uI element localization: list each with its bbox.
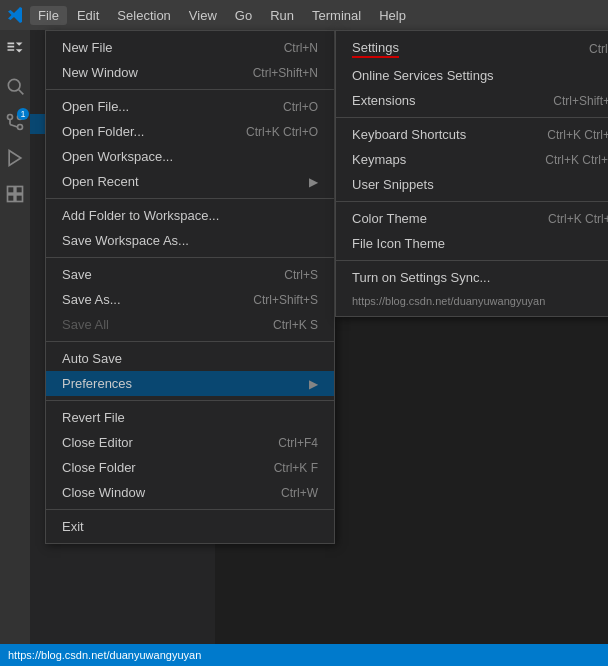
svg-line-6 xyxy=(10,125,18,128)
preferences-submenu: Settings Ctrl+, Online Services Settings… xyxy=(335,30,608,317)
vscode-logo xyxy=(8,7,24,23)
menu-open-folder[interactable]: Open Folder... Ctrl+K Ctrl+O xyxy=(46,119,334,144)
menu-run[interactable]: Run xyxy=(262,6,302,25)
search-activity-icon[interactable] xyxy=(3,74,27,98)
menu-auto-save[interactable]: Auto Save xyxy=(46,346,334,371)
menu-close-editor[interactable]: Close Editor Ctrl+F4 xyxy=(46,430,334,455)
menu-csdn-url[interactable]: https://blog.csdn.net/duanyuwangyuyan xyxy=(336,290,608,312)
menu-open-file[interactable]: Open File... Ctrl+O xyxy=(46,94,334,119)
menu-close-folder[interactable]: Close Folder Ctrl+K F xyxy=(46,455,334,480)
menu-keyboard-shortcuts[interactable]: Keyboard Shortcuts Ctrl+K Ctrl+S xyxy=(336,122,608,147)
source-control-badge: 1 xyxy=(17,108,29,120)
menu-user-snippets[interactable]: User Snippets xyxy=(336,172,608,197)
menu-separator-6 xyxy=(46,509,334,510)
menu-close-window[interactable]: Close Window Ctrl+W xyxy=(46,480,334,505)
svg-marker-7 xyxy=(9,151,21,166)
menu-open-workspace[interactable]: Open Workspace... xyxy=(46,144,334,169)
menu-save[interactable]: Save Ctrl+S xyxy=(46,262,334,287)
menu-settings[interactable]: Settings Ctrl+, xyxy=(336,35,608,63)
activity-bar: 1 xyxy=(0,30,30,666)
title-bar: File Edit Selection View Go Run Terminal… xyxy=(0,0,608,30)
svg-line-1 xyxy=(19,90,24,95)
svg-rect-11 xyxy=(16,195,23,202)
menu-save-workspace-as[interactable]: Save Workspace As... xyxy=(46,228,334,253)
menu-go[interactable]: Go xyxy=(227,6,260,25)
menu-online-services-settings[interactable]: Online Services Settings xyxy=(336,63,608,88)
menu-color-theme[interactable]: Color Theme Ctrl+K Ctrl+T xyxy=(336,206,608,231)
menu-turn-on-settings-sync[interactable]: Turn on Settings Sync... xyxy=(336,265,608,290)
svg-rect-9 xyxy=(16,187,23,194)
status-bar: https://blog.csdn.net/duanyuwangyuyan xyxy=(0,644,608,666)
status-bar-text: https://blog.csdn.net/duanyuwangyuyan xyxy=(8,649,201,661)
menu-add-folder[interactable]: Add Folder to Workspace... xyxy=(46,203,334,228)
menu-save-all: Save All Ctrl+K S xyxy=(46,312,334,337)
svg-point-3 xyxy=(18,125,23,130)
menu-extensions[interactable]: Extensions Ctrl+Shift+X xyxy=(336,88,608,113)
menu-separator-4 xyxy=(46,341,334,342)
menu-preferences[interactable]: Preferences ▶ xyxy=(46,371,334,396)
menu-edit[interactable]: Edit xyxy=(69,6,107,25)
svg-point-2 xyxy=(8,115,13,120)
menu-separator-p2 xyxy=(336,201,608,202)
menu-file-icon-theme[interactable]: File Icon Theme xyxy=(336,231,608,256)
menu-selection[interactable]: Selection xyxy=(109,6,178,25)
menu-file[interactable]: File xyxy=(30,6,67,25)
menu-keymaps[interactable]: Keymaps Ctrl+K Ctrl+M xyxy=(336,147,608,172)
menu-open-recent[interactable]: Open Recent ▶ xyxy=(46,169,334,194)
menu-separator-5 xyxy=(46,400,334,401)
submenu-arrow: ▶ xyxy=(309,175,318,189)
explorer-activity-icon[interactable] xyxy=(3,38,27,62)
menu-separator-3 xyxy=(46,257,334,258)
menu-save-as[interactable]: Save As... Ctrl+Shift+S xyxy=(46,287,334,312)
menu-new-file[interactable]: New File Ctrl+N xyxy=(46,35,334,60)
svg-point-0 xyxy=(8,79,20,91)
menu-separator xyxy=(46,89,334,90)
debug-activity-icon[interactable] xyxy=(3,146,27,170)
extensions-activity-icon[interactable] xyxy=(3,182,27,206)
menu-terminal[interactable]: Terminal xyxy=(304,6,369,25)
menu-bar: File Edit Selection View Go Run Terminal… xyxy=(30,6,414,25)
menu-new-window[interactable]: New Window Ctrl+Shift+N xyxy=(46,60,334,85)
menu-separator-p3 xyxy=(336,260,608,261)
menu-separator-2 xyxy=(46,198,334,199)
source-control-activity-icon[interactable]: 1 xyxy=(3,110,27,134)
file-menu: New File Ctrl+N New Window Ctrl+Shift+N … xyxy=(45,30,335,544)
menu-view[interactable]: View xyxy=(181,6,225,25)
submenu-arrow: ▶ xyxy=(309,377,318,391)
svg-rect-10 xyxy=(8,195,15,202)
menu-help[interactable]: Help xyxy=(371,6,414,25)
menu-exit[interactable]: Exit xyxy=(46,514,334,539)
svg-rect-8 xyxy=(8,187,15,194)
menu-separator-p1 xyxy=(336,117,608,118)
menu-revert-file[interactable]: Revert File xyxy=(46,405,334,430)
